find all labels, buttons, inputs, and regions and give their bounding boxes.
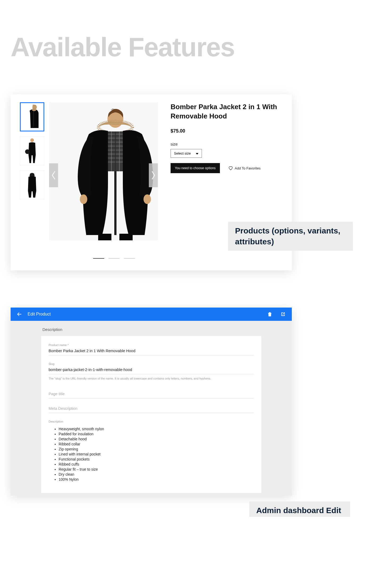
field-product-name[interactable]: Product name * Bomber Parka Jacket 2 in …: [49, 343, 254, 355]
label-description: Description: [49, 420, 254, 423]
description-bullet: Ribbed collar: [59, 442, 254, 446]
size-select[interactable]: Select size: [171, 149, 202, 158]
svg-rect-26: [98, 234, 111, 240]
model-image-icon: [49, 102, 158, 240]
thumbnail-1[interactable]: [20, 102, 44, 131]
page-title: Available Features: [11, 32, 371, 62]
input-page-title[interactable]: Page title: [49, 391, 254, 398]
svg-point-2: [32, 108, 36, 111]
model-icon: [20, 137, 44, 165]
thumbnail-2[interactable]: [20, 136, 44, 165]
description-bullet-list[interactable]: Heavyweight, smooth nylonPadded for insu…: [49, 427, 254, 482]
carousel-dot-2[interactable]: [108, 258, 120, 259]
chevron-left-icon: [51, 171, 56, 180]
description-bullet: Functional pockets: [59, 457, 254, 461]
back-arrow-icon[interactable]: [16, 311, 22, 317]
delete-icon[interactable]: [267, 311, 273, 317]
model-icon: [21, 103, 44, 131]
field-slug[interactable]: Slug bomber-parka-jacket-2-in-1-with-rem…: [49, 362, 254, 374]
description-bullet: Heavyweight, smooth nylon: [59, 427, 254, 431]
description-bullet: Dry clean: [59, 472, 254, 476]
heart-icon: [228, 166, 233, 171]
carousel-next-button[interactable]: [149, 163, 158, 187]
favorite-label: Add To Favorites: [235, 166, 261, 170]
svg-rect-27: [119, 234, 133, 240]
description-bullet: Regular fit – true to size: [59, 467, 254, 471]
chevron-right-icon: [151, 171, 156, 180]
field-page-title[interactable]: Page title: [49, 391, 254, 398]
description-bullet: Zip opening: [59, 447, 254, 451]
feature-caption-admin: Admin dashboard Edit Product: [249, 501, 350, 517]
slug-hint: The "slug" is the URL-friendly version o…: [49, 377, 254, 380]
admin-bar-title: Edit Product: [28, 312, 51, 317]
input-meta-description[interactable]: Meta Description: [49, 405, 254, 413]
description-bullet: Ribbed cuffs: [59, 462, 254, 466]
admin-form-card: Product name * Bomber Parka Jacket 2 in …: [41, 336, 261, 493]
add-to-favorites-button[interactable]: Add To Favorites: [228, 166, 261, 171]
size-select-value: Select size: [174, 151, 191, 155]
svg-point-5: [25, 149, 30, 154]
carousel-prev-button[interactable]: [49, 163, 58, 187]
thumbnail-3[interactable]: [20, 170, 44, 199]
label-product-name: Product name *: [49, 343, 254, 347]
section-label-description: Description: [11, 321, 292, 336]
description-bullet: Lined with internal pocket: [59, 452, 254, 456]
carousel-dot-1[interactable]: [93, 258, 104, 259]
carousel-indicators: [60, 255, 168, 260]
input-product-name[interactable]: Bomber Parka Jacket 2 in 1 With Removabl…: [49, 348, 254, 355]
description-bullet: 100% Nylon: [59, 477, 254, 482]
svg-point-4: [30, 138, 34, 142]
main-product-image: [49, 102, 158, 240]
svg-point-25: [144, 194, 151, 204]
carousel-dot-3[interactable]: [124, 258, 135, 259]
label-slug: Slug: [49, 362, 254, 365]
admin-topbar: Edit Product: [11, 308, 292, 321]
feature-caption-products: Products (options, variants, attributes): [228, 222, 353, 251]
description-bullet: Detachable hood: [59, 437, 254, 441]
model-icon: [20, 171, 44, 199]
svg-point-24: [80, 194, 87, 204]
add-to-cart-button[interactable]: You need to choose options: [171, 163, 220, 173]
admin-panel: Edit Product Description Product name * …: [11, 308, 292, 496]
description-bullet: Padded for insulation: [59, 432, 254, 436]
product-price: $75.00: [171, 128, 283, 134]
input-slug[interactable]: bomber-parka-jacket-2-in-1-with-removabl…: [49, 367, 254, 374]
product-title: Bomber Parka Jacket 2 in 1 With Removabl…: [171, 102, 283, 121]
thumbnail-list: [20, 102, 44, 240]
option-label-size: size: [171, 142, 283, 146]
field-meta-description[interactable]: Meta Description: [49, 405, 254, 413]
product-card: Bomber Parka Jacket 2 in 1 With Removabl…: [11, 94, 292, 270]
open-external-icon[interactable]: [280, 311, 286, 317]
